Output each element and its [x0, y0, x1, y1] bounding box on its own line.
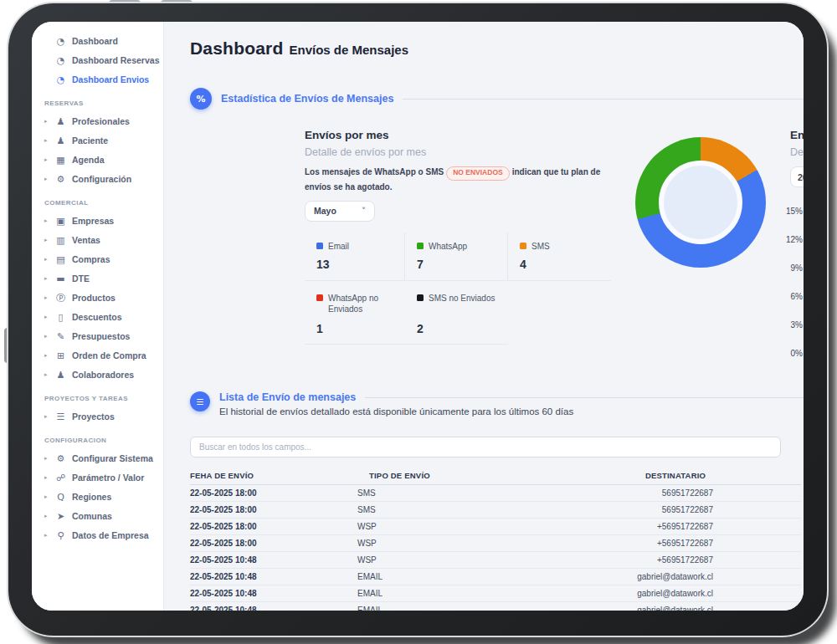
- cell-fecha: 22-05-2025 10:48: [190, 572, 357, 581]
- table-row[interactable]: 22-05-2025 10:48WSP+56951722687: [190, 552, 801, 569]
- sidebar-item-label: Datos de Empresa: [72, 530, 149, 540]
- cell-tipo: EMAIL: [357, 606, 550, 611]
- month-select[interactable]: Mayo ˅: [305, 201, 375, 222]
- main-content: DashboardEnvíos de Mensajes % Estadístic…: [164, 22, 804, 611]
- list-section-subtitle: El historial de envíos detallado está di…: [219, 406, 804, 417]
- product-icon: Ⓟ: [55, 294, 66, 303]
- table-row[interactable]: 22-05-2025 10:48EMAILgabriel@datawork.cl: [190, 585, 801, 602]
- stat-value: 1: [316, 322, 400, 335]
- table-row[interactable]: 22-05-2025 18:00WSP+56951722687: [190, 535, 801, 552]
- sidebar-item-datos-de-empresa[interactable]: ▸⚲Datos de Empresa: [44, 526, 160, 544]
- sidebar-item-agenda[interactable]: ▸▦Agenda: [44, 151, 160, 169]
- key-icon: ⚲: [55, 531, 66, 540]
- donut-chart: [635, 137, 766, 268]
- cell-fecha: 22-05-2025 18:00: [190, 488, 357, 498]
- cell-destinatario: +56951722687: [550, 555, 801, 565]
- stats-row-2: WhatsApp no Enviados1SMS no Enviados2: [305, 281, 611, 345]
- sidebar-item-dte[interactable]: ▸▬DTE: [44, 269, 160, 288]
- cell-tipo: WSP: [357, 522, 550, 531]
- sidebar-item-regiones[interactable]: ▸QRegiones: [44, 488, 160, 506]
- person-icon: ♟: [55, 117, 66, 126]
- column-header-tipo[interactable]: TIPO DE ENVÍO: [357, 471, 550, 480]
- sidebar-item-parametro-valor[interactable]: ▸☍Parámetro / Valor: [44, 468, 160, 487]
- sidebar-item-dashboard-envios[interactable]: ◔Dashboard Envios: [44, 70, 160, 89]
- sidebar-item-label: Proyectos: [72, 411, 115, 422]
- cell-tipo: WSP: [357, 555, 550, 565]
- sidebar-item-proyectos[interactable]: ▸☰Proyectos: [44, 407, 160, 426]
- cell-fecha: 22-05-2025 18:00: [190, 539, 357, 548]
- card-note: Los mensajes de WhatsApp o SMSNO ENVIADO…: [305, 166, 616, 194]
- sidebar-item-descuentos[interactable]: ▸▯Descuentos: [44, 308, 160, 326]
- right-chart-y-axis: 15%12%9%6%3%0%: [754, 207, 803, 377]
- cell-fecha: 22-05-2025 18:00: [190, 505, 357, 514]
- caret-right-icon: ▸: [44, 275, 49, 282]
- sidebar-item-orden-de-compra[interactable]: ▸⊞Orden de Compra: [44, 346, 160, 365]
- sidebar-item-label: Productos: [72, 293, 116, 303]
- share-icon: ☍: [55, 473, 66, 483]
- magnifier-icon: Q: [55, 493, 66, 502]
- column-header-destinatario[interactable]: DESTINATARIO: [550, 471, 801, 480]
- table-row[interactable]: 22-05-2025 18:00SMS56951722687: [190, 502, 801, 519]
- sidebar-item-configurar-sistema[interactable]: ▸⚙Configurar Sistema: [44, 449, 160, 468]
- caret-right-icon: ▸: [44, 493, 49, 500]
- list-icon: ☰: [55, 412, 66, 422]
- caret-right-icon: ▸: [44, 256, 49, 263]
- stats-row-1: Email13WhatsApp7SMS4: [305, 233, 611, 281]
- no-enviados-badge: NO ENVIADOS: [446, 166, 510, 181]
- stat-legend: SMS: [520, 241, 606, 253]
- sidebar-section-label-configuracion: CONFIGURACION: [44, 437, 160, 444]
- section-divider-line: [365, 397, 804, 398]
- pie-chart-icon: ◔: [55, 56, 66, 65]
- calendar-icon: ▦: [55, 156, 66, 165]
- year-select[interactable]: 20: [790, 166, 804, 187]
- sidebar: ◔Dashboard◔Dashboard Reservas◔Dashboard …: [32, 22, 164, 611]
- year-select-value: 20: [798, 172, 804, 182]
- sidebar-item-colaboradores[interactable]: ▸♟Colaboradores: [44, 365, 160, 384]
- legend-square-icon: [417, 294, 424, 301]
- sidebar-item-label: Parámetro / Valor: [72, 473, 144, 483]
- sidebar-item-label: Dashboard: [72, 36, 118, 46]
- stat-value: 13: [316, 258, 399, 271]
- sidebar-item-productos[interactable]: ▸ⓅProductos: [44, 289, 160, 307]
- column-header-fecha[interactable]: FEHA DE ENVÍO: [190, 471, 357, 480]
- sidebar-item-dashboard[interactable]: ◔Dashboard: [44, 32, 160, 50]
- table-row[interactable]: 22-05-2025 18:00SMS56951722687: [190, 485, 801, 502]
- y-axis-tick: 0%: [754, 349, 803, 377]
- sidebar-item-presupuestos[interactable]: ▸✎Presupuestos: [44, 327, 160, 345]
- card-icon: ▥: [55, 236, 66, 245]
- credit-card-icon: ▤: [55, 255, 66, 264]
- sidebar-item-label: Agenda: [72, 155, 105, 165]
- table-row[interactable]: 22-05-2025 10:48EMAILgabriel@datawork.cl: [190, 569, 801, 585]
- sidebar-item-compras[interactable]: ▸▤Compras: [44, 250, 160, 268]
- cell-tipo: EMAIL: [357, 572, 550, 581]
- sidebar-item-configuracion[interactable]: ▸⚙Configuración: [44, 170, 160, 188]
- stat-legend: WhatsApp no Enviados: [316, 293, 400, 316]
- cell-fecha: 22-05-2025 10:48: [190, 589, 357, 598]
- tablet-frame: ◔Dashboard◔Dashboard Reservas◔Dashboard …: [8, 3, 827, 636]
- cell-destinatario: 56951722687: [550, 505, 801, 514]
- legend-square-icon: [316, 294, 323, 301]
- sidebar-item-label: Paciente: [72, 135, 108, 146]
- sidebar-item-empresas[interactable]: ▸▣Empresas: [44, 212, 160, 230]
- y-axis-tick: 9%: [754, 263, 803, 292]
- cell-destinatario: gabriel@datawork.cl: [550, 572, 801, 581]
- sidebar-item-label: Dashboard Envios: [72, 74, 149, 84]
- cell-tipo: SMS: [357, 488, 550, 498]
- sidebar-item-paciente[interactable]: ▸♟Paciente: [44, 131, 160, 150]
- stat-legend: WhatsApp: [417, 241, 502, 253]
- stats-section-title: Estadística de Envíos de Mensajes: [221, 93, 393, 105]
- search-input[interactable]: [190, 437, 781, 457]
- caret-right-icon: ▸: [44, 217, 49, 224]
- stat-cell-email: Email13: [305, 233, 405, 281]
- sidebar-item-profesionales[interactable]: ▸♟Profesionales: [44, 112, 160, 130]
- caret-right-icon: ▸: [44, 118, 49, 125]
- table-row[interactable]: 22-05-2025 10:48EMAILgabriel@datawork.cl: [190, 602, 801, 611]
- list-header-texts: Lista de Envío de mensajes El historial …: [219, 391, 804, 417]
- legend-square-icon: [417, 243, 424, 249]
- document-icon: ▯: [55, 313, 66, 322]
- table-row[interactable]: 22-05-2025 18:00WSP+56951722687: [190, 519, 801, 535]
- send-icon: ➤: [55, 512, 66, 521]
- sidebar-item-dashboard-reservas[interactable]: ◔Dashboard Reservas: [44, 51, 160, 69]
- sidebar-item-ventas[interactable]: ▸▥Ventas: [44, 231, 160, 249]
- sidebar-item-comunas[interactable]: ▸➤Comunas: [44, 507, 160, 525]
